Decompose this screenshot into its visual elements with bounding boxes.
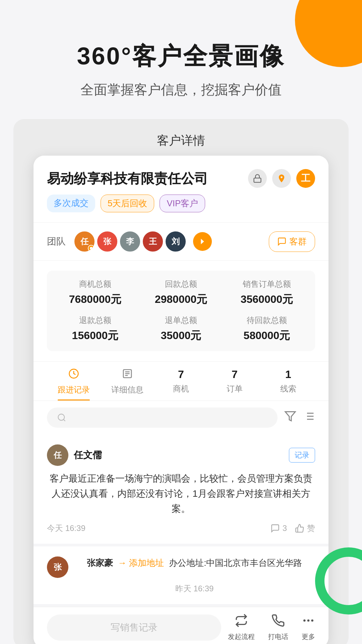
- company-icons: 工: [248, 169, 315, 188]
- write-sales-record-input[interactable]: 写销售记录: [47, 614, 221, 641]
- main-card: 易动纷享科技有限责任公司 工: [34, 156, 328, 644]
- feed-actions-1: 3 赞: [270, 523, 315, 534]
- avatar-3: 李: [119, 231, 141, 252]
- like-action[interactable]: 赞: [295, 523, 315, 534]
- svg-marker-9: [285, 412, 295, 421]
- tab-leads-label: 线索: [280, 383, 296, 394]
- company-top-row: 易动纷享科技有限责任公司 工: [47, 169, 315, 188]
- stat-sales-order: 销售订单总额 3560000元: [227, 279, 307, 307]
- tab-follow-label: 跟进记录: [58, 384, 90, 395]
- company-header: 易动纷享科技有限责任公司 工: [34, 156, 328, 223]
- stat-opportunity-value: 7680000元: [55, 292, 135, 307]
- feed-text-2: 张家豪 → 添加地址 办公地址:中国北京市丰台区光华路: [74, 556, 315, 570]
- tab-opportunity-label: 商机: [173, 383, 189, 394]
- avatar-5: 刘: [165, 231, 186, 252]
- bottom-actions: 发起流程 打电话: [228, 614, 315, 641]
- svg-point-18: [311, 620, 313, 622]
- transfer-icon: [235, 614, 248, 630]
- feed-header-1: 任 任文儒 记录: [47, 444, 315, 466]
- stat-sales-order-value: 3560000元: [227, 292, 307, 307]
- feed-username-1: 任文儒: [74, 449, 102, 462]
- company-name: 易动纷享科技有限责任公司: [47, 169, 208, 188]
- tag-multiple-deal: 多次成交: [47, 195, 95, 212]
- clock-icon: [68, 368, 79, 382]
- customer-group-label: 客群: [289, 236, 307, 248]
- svg-point-1: [90, 247, 93, 250]
- stat-refund-value: 156000元: [55, 328, 135, 343]
- tab-leads[interactable]: 1 线索: [261, 362, 315, 400]
- feed-time-2: 昨天 16:39: [74, 583, 315, 594]
- start-process-label: 发起流程: [228, 632, 255, 641]
- tabs-row: 跟进记录 详细信息 7 商机 7 订单: [34, 362, 328, 401]
- stat-pending-payment-label: 待回款总额: [227, 315, 307, 326]
- svg-point-16: [303, 620, 306, 622]
- customer-group-button[interactable]: 客群: [269, 231, 315, 252]
- list-icon: [122, 368, 133, 382]
- avatar-more[interactable]: [193, 232, 212, 251]
- comment-icon: [270, 524, 280, 533]
- main-title: 360°客户全景画像: [20, 40, 342, 72]
- search-icon: [57, 413, 66, 422]
- tab-opportunity-count: 7: [178, 368, 184, 381]
- more-label: 更多: [302, 632, 315, 641]
- team-label: 团队: [47, 235, 66, 248]
- feed-avatar-1: 任: [47, 444, 68, 466]
- avatar-4: 王: [142, 231, 164, 252]
- tags-row: 多次成交 5天后回收 VIP客户: [47, 195, 315, 212]
- lock-icon-btn[interactable]: [248, 169, 267, 188]
- stat-opportunity: 商机总额 7680000元: [55, 279, 135, 307]
- feed-user-1: 任 任文儒: [47, 444, 102, 466]
- avatar-1: 任: [74, 231, 95, 252]
- sub-title: 全面掌握客户信息，挖掘客户价值: [20, 80, 342, 99]
- like-icon: [295, 524, 304, 533]
- tab-details[interactable]: 详细信息: [101, 362, 154, 400]
- feed-footer-1: 今天 16:39 3: [47, 523, 315, 534]
- feed-time-1: 今天 16:39: [47, 523, 85, 534]
- feed-item-1: 任 任文儒 记录 客户最近正准备一场海宁的演唱会，比较忙，会员管理方案负责人还没…: [34, 434, 328, 546]
- filter-icon[interactable]: [284, 410, 296, 425]
- search-input-container[interactable]: [47, 408, 278, 428]
- feed-avatar-2: 张: [47, 556, 68, 578]
- location-icon-btn[interactable]: [272, 169, 291, 188]
- tag-recycle: 5天后回收: [101, 195, 154, 212]
- bg-card-title: 客户详情: [34, 132, 328, 149]
- record-badge: 记录: [289, 448, 315, 463]
- stat-sales-order-label: 销售订单总额: [227, 279, 307, 289]
- tab-leads-count: 1: [285, 368, 291, 381]
- write-input-placeholder: 写销售记录: [111, 622, 158, 633]
- header-section: 360°客户全景画像 全面掌握客户信息，挖掘客户价值: [0, 0, 362, 119]
- stat-return-order: 退单总额 35000元: [141, 315, 221, 343]
- tab-opportunity[interactable]: 7 商机: [154, 362, 208, 400]
- stat-return-order-label: 退单总额: [141, 315, 221, 326]
- more-icon: [302, 614, 315, 630]
- search-row: [34, 401, 328, 434]
- like-label: 赞: [307, 523, 315, 534]
- stat-opportunity-label: 商机总额: [55, 279, 135, 289]
- comment-action[interactable]: 3: [270, 524, 287, 533]
- tab-orders-count: 7: [232, 368, 238, 381]
- tab-follow-records[interactable]: 跟进记录: [47, 362, 101, 400]
- stats-inner: 商机总额 7680000元 回款总额 2980000元 销售订单总额 35600…: [47, 271, 315, 351]
- stat-return-order-value: 35000元: [141, 328, 221, 343]
- stat-payment-value: 2980000元: [141, 292, 221, 307]
- card-container: 客户详情 易动纷享科技有限责任公司: [13, 119, 349, 644]
- worker-icon-btn[interactable]: 工: [296, 169, 315, 188]
- more-button[interactable]: 更多: [302, 614, 315, 641]
- stat-refund-label: 退款总额: [55, 315, 135, 326]
- feed-row2: 张 张家豪 → 添加地址 办公地址:中国北京市丰台区光华路: [47, 556, 315, 578]
- feed-content-1: 客户最近正准备一场海宁的演唱会，比较忙，会员管理方案负责人还没认真看，内部还没有…: [47, 471, 315, 516]
- stat-payment-label: 回款总额: [141, 279, 221, 289]
- tag-vip: VIP客户: [160, 195, 205, 212]
- bottom-bar: 写销售记录 发起流程: [34, 607, 328, 644]
- start-process-button[interactable]: 发起流程: [228, 614, 255, 641]
- tab-orders[interactable]: 7 订单: [208, 362, 261, 400]
- svg-point-17: [307, 620, 310, 622]
- sort-icon[interactable]: [303, 410, 315, 425]
- action-arrow: → 添加地址: [118, 558, 166, 568]
- call-phone-button[interactable]: 打电话: [268, 614, 288, 641]
- bg-card: 客户详情 易动纷享科技有限责任公司: [13, 119, 349, 644]
- tab-details-label: 详细信息: [111, 384, 143, 395]
- stat-refund: 退款总额 156000元: [55, 315, 135, 343]
- svg-point-7: [58, 414, 65, 421]
- stat-pending-payment: 待回款总额 580000元: [227, 315, 307, 343]
